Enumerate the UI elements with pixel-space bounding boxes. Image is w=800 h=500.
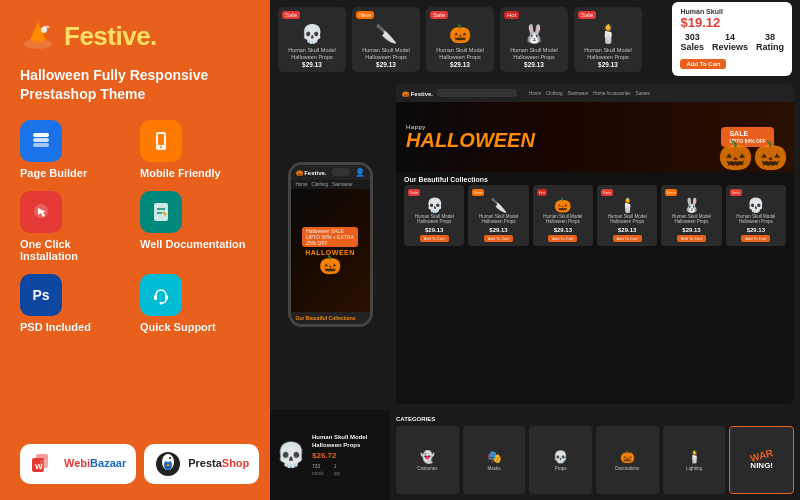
mobile-friendly-icon-box — [140, 120, 182, 162]
desktop-nav-swimwear[interactable]: Swimwear — [568, 91, 589, 96]
price-box: Human Skull $19.12 303 Sales 14 Reviews … — [672, 2, 792, 76]
desktop-add-cart-1[interactable]: Add To Cart — [484, 235, 513, 242]
desktop-nav-home[interactable]: Home — [529, 91, 541, 96]
desktop-add-cart-3[interactable]: Add To Cart — [613, 235, 642, 242]
webibazaar-logo: W WebiBazaar — [20, 444, 136, 484]
webibazaar-icon: W — [30, 450, 58, 478]
featured-product-img: 💀 — [276, 441, 306, 469]
prestashop-icon — [154, 450, 182, 478]
mobile-search-bar — [332, 168, 350, 176]
category-4: 🕯️ Lighting — [663, 426, 726, 494]
categories-title: CATEGORIES — [396, 416, 794, 422]
page-builder-icon-box — [20, 120, 62, 162]
desktop-product-title-1: Human Skull Model Halloween Props — [472, 214, 524, 225]
bottom-logos: W WebiBazaar PrestaShop — [20, 444, 250, 484]
product-card-3: Hot 🐰 Human Skull Model Halloween Props … — [500, 7, 568, 72]
mobile-mockup: 🎃 Festive. 👤 Home Clothing Swimwear Hall… — [288, 162, 373, 327]
svg-rect-8 — [158, 134, 164, 145]
stat-rating-value: 38 — [756, 32, 784, 42]
product-card-2: Sale 🎃 Human Skull Model Halloween Props… — [426, 7, 494, 72]
product-price-1: $29.13 — [376, 61, 396, 68]
category-war-badge: WAR NING! — [729, 426, 794, 494]
svg-rect-4 — [33, 143, 49, 147]
desktop-product-img-4: 🐰 — [683, 198, 700, 212]
desktop-product-4: New 🐰 Human Skull Model Halloween Props … — [661, 185, 721, 246]
product-badge-0: Sale — [282, 11, 300, 19]
desktop-product-img-1: 🔪 — [490, 198, 507, 212]
mobile-nav-item-home[interactable]: Home — [296, 182, 308, 187]
desktop-collections-title: Our Beautiful Collections — [396, 172, 794, 185]
svg-rect-11 — [154, 203, 168, 221]
product-img-3: 🐰 — [520, 21, 548, 48]
click-icon — [30, 201, 52, 223]
stat-reviews-value: 14 — [712, 32, 748, 42]
prestashop-text: PrestaShop — [188, 457, 249, 470]
top-products-row: Sale 💀 Human Skull Model Halloween Props… — [270, 0, 800, 78]
product-badge-1: New — [356, 11, 374, 19]
product-img-0: 💀 — [298, 21, 326, 48]
headset-icon — [150, 284, 172, 306]
right-panel: Sale 💀 Human Skull Model Halloween Props… — [270, 0, 800, 500]
desktop-nav-accessories[interactable]: Home Accessories — [593, 91, 630, 96]
tagline: Halloween Fully Responsive Prestashop Th… — [20, 66, 250, 104]
doc-icon — [150, 201, 172, 223]
mobile-pumpkin-decoration: 🎃 — [319, 256, 341, 274]
product-badge-3: Hot — [504, 11, 519, 19]
desktop-nav-sarees[interactable]: Sarees — [636, 91, 650, 96]
desktop-add-cart-4[interactable]: Add To Cart — [677, 235, 706, 242]
product-title-0: Human Skull Model Halloween Props — [282, 47, 342, 60]
product-title-1: Human Skull Model Halloween Props — [356, 47, 416, 60]
desktop-add-cart-0[interactable]: Add To Cart — [420, 235, 449, 242]
desktop-nav-clothing[interactable]: Clothing — [546, 91, 563, 96]
add-to-cart-button[interactable]: Add To Cart — [680, 59, 726, 69]
desktop-nav: Home Clothing Swimwear Home Accessories … — [529, 91, 650, 96]
desktop-product-price-2: $29.13 — [554, 227, 572, 233]
stat-rating-label: Rating — [756, 42, 784, 52]
svg-rect-13 — [165, 295, 168, 300]
documentation-label: Well Documentation — [140, 238, 246, 250]
desktop-logo: 🎃 Festive. — [402, 90, 433, 97]
desktop-product-title-2: Human Skull Model Halloween Props — [537, 214, 589, 225]
mobile-sale-badge: Halloween SALEUPTO 50% + EXTRA25% OFF — [302, 227, 358, 247]
page-builder-label: Page Builder — [20, 167, 87, 179]
ps-text: Ps — [32, 287, 49, 303]
psd-icon-box: Ps — [20, 274, 62, 316]
desktop-add-cart-2[interactable]: Add To Cart — [548, 235, 577, 242]
category-img-0: 👻 — [420, 450, 435, 464]
desktop-product-badge-3: Sale — [601, 189, 613, 196]
desktop-top-bar: 🎃 Festive. Home Clothing Swimwear Home A… — [396, 84, 794, 102]
brand-logo-icon — [20, 18, 56, 54]
category-label-2: Props — [555, 466, 567, 471]
desktop-product-img-3: 🕯️ — [619, 198, 636, 212]
category-3: 🎃 Decorations — [596, 426, 659, 494]
mobile-friendly-label: Mobile Friendly — [140, 167, 221, 179]
mobile-logo: 🎃 Festive. — [296, 169, 327, 176]
stat-sales: 303 Sales — [680, 32, 704, 52]
brand-name: Festive. — [64, 21, 157, 52]
mobile-header: 🎃 Festive. 👤 — [291, 165, 370, 180]
product-price-4: $29.13 — [598, 61, 618, 68]
desktop-products-row: Sale 💀 Human Skull Model Halloween Props… — [396, 185, 794, 252]
category-img-3: 🎃 — [620, 450, 635, 464]
desktop-product-badge-2: Hot — [537, 189, 547, 196]
tagline-text: Halloween Fully Responsive Prestashop Th… — [20, 67, 208, 102]
features-grid: Page Builder Mobile Friendly One Click I… — [20, 120, 250, 333]
stat-sales-value: 303 — [680, 32, 704, 42]
featured-product-title: Human Skull Model Halloween Props — [312, 433, 384, 450]
middle-row: 🎃 Festive. 👤 Home Clothing Swimwear Hall… — [270, 78, 800, 410]
mobile-hero-banner: Halloween SALEUPTO 50% + EXTRA25% OFF HA… — [291, 189, 370, 312]
bottom-left-featured: 💀 Human Skull Model Halloween Props $26.… — [270, 410, 390, 500]
webibazaar-text: WebiBazaar — [64, 457, 126, 470]
category-0: 👻 Costumes — [396, 426, 459, 494]
desktop-add-cart-5[interactable]: Add To Cart — [741, 235, 770, 242]
desktop-product-price-1: $29.13 — [489, 227, 507, 233]
brand-logo: Festive. — [20, 18, 250, 54]
desktop-product-img-5: 💀 — [747, 198, 764, 212]
category-label-1: Masks — [488, 466, 501, 471]
mobile-nav-item-swimwear[interactable]: Swimwear — [332, 182, 353, 187]
mobile-nav-item-clothing[interactable]: Clothing — [312, 182, 329, 187]
featured-product-details: Human Skull Model Halloween Props $26.72… — [312, 433, 384, 477]
category-label-4: Lighting — [686, 466, 702, 471]
prestashop-logo: PrestaShop — [144, 444, 259, 484]
one-click-label: One Click Installation — [20, 238, 130, 262]
